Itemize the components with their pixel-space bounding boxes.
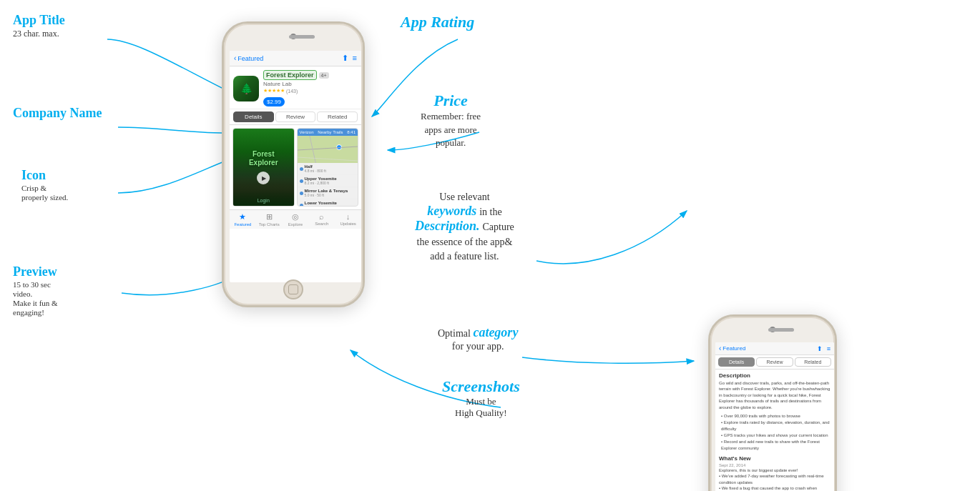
annotation-app-title: App Title 23 char. max. <box>13 13 65 39</box>
trail-dot <box>300 179 303 183</box>
share-icon[interactable]: ⬆ <box>342 54 348 63</box>
trail-item-4: Lower Yosemite 1.0 mi · 50 ft <box>298 199 358 207</box>
app-developer: Nature Lab <box>263 81 358 87</box>
share-icon-2[interactable]: ⬆ <box>817 345 823 352</box>
nav-top-charts[interactable]: ⊞ Top Charts <box>256 212 283 227</box>
header-icons: ⬆ ≡ <box>342 54 357 63</box>
app-name: Forest Explorer <box>263 70 317 80</box>
app-icon: 🌲 <box>233 76 259 101</box>
svg-line-4 <box>298 157 358 161</box>
phone-1: ‹ Featured ⬆ ≡ 🌲 Forest Explorer 4+ Natu… <box>222 21 365 307</box>
annotation-price: Price Remember: freeapps are morepopular… <box>421 91 481 149</box>
star-rating: ★★★★★ <box>263 88 285 94</box>
menu-icon-2[interactable]: ≡ <box>827 345 830 352</box>
annotation-app-rating: App Rating <box>401 13 474 31</box>
trail-info: Upper Yosemite 8.2 mi · 2,800 ft <box>305 177 356 185</box>
trail-info: Half 4.8 mi · 800 ft <box>305 164 356 173</box>
back-chevron-icon: ‹ <box>234 54 236 62</box>
phone-2: ‹ Featured ⬆ ≡ Details Review Related De… <box>708 314 837 491</box>
trail-item-2: Upper Yosemite 8.2 mi · 2,800 ft <box>298 175 358 187</box>
whats-new-section: What's New Sept 22, 2014 Explorers, this… <box>719 455 830 491</box>
tab-review[interactable]: Review <box>275 111 316 122</box>
screenshots-area: ForestExplorer Login Verizon Nearby Trai… <box>230 125 361 209</box>
annotation-company-name: Company Name <box>13 106 102 121</box>
app-splash-title: ForestExplorer <box>249 150 278 167</box>
annotation-icon: Icon Crisp & properly sized. <box>21 168 68 202</box>
rating-count: (143) <box>286 89 298 94</box>
explore-nav-label: Explore <box>288 222 303 227</box>
explore-nav-icon: ◎ <box>292 212 299 222</box>
svg-line-2 <box>298 147 358 150</box>
tab-related-2[interactable]: Related <box>795 357 831 367</box>
app-price[interactable]: $2.99 <box>263 97 285 106</box>
phone-1-screen: ‹ Featured ⬆ ≡ 🌲 Forest Explorer 4+ Natu… <box>230 51 361 282</box>
whats-new-title: What's New <box>719 455 830 462</box>
nav-featured[interactable]: ★ Featured <box>230 212 256 227</box>
header-icons-2: ⬆ ≡ <box>817 345 830 352</box>
search-nav-icon: ⌕ <box>319 212 324 221</box>
trail-dot <box>300 167 303 171</box>
trail-item-1: Half 4.8 mi · 800 ft <box>298 163 358 175</box>
detail-tabs-2: Details Review Related <box>715 355 834 370</box>
map-header: Verizon Nearby Trails 8:41 <box>298 129 358 136</box>
nav-explore[interactable]: ◎ Explore <box>283 212 309 227</box>
phone-speaker <box>289 35 315 39</box>
trail-dot <box>300 204 303 207</box>
annotation-preview: Preview 15 to 30 sec video. Make it fun … <box>13 264 58 317</box>
phone-2-speaker <box>768 328 794 332</box>
description-bullets: • Over 90,000 trails with photos to brow… <box>719 413 830 452</box>
app-info: 🌲 Forest Explorer 4+ Nature Lab ★★★★★ (1… <box>230 66 361 109</box>
tree-icon: 🌲 <box>240 83 253 94</box>
whats-new-text: Explorers, this is our biggest update ev… <box>719 467 830 491</box>
back-label: Featured <box>237 55 263 62</box>
nav-search[interactable]: ⌕ Search <box>308 212 335 227</box>
nearby-trails-label: Nearby Trails <box>318 130 343 134</box>
description-text: Go wild and discover trails, parks, and … <box>719 380 830 410</box>
back-label-2: Featured <box>722 345 745 352</box>
annotation-screenshots: Screenshots Must beHigh Quality! <box>442 377 520 419</box>
trail-dot <box>300 192 303 195</box>
trail-item-3: Mirror Lake & Tenaya 5.0 mi · 50 ft <box>298 187 358 199</box>
tab-details-2[interactable]: Details <box>718 357 755 367</box>
app-detail-content: Description Go wild and discover trails,… <box>715 370 834 491</box>
tab-details[interactable]: Details <box>233 111 274 122</box>
updates-nav-label: Updates <box>340 222 356 226</box>
screenshot-1: ForestExplorer Login <box>232 128 295 207</box>
back-button-2[interactable]: ‹ Featured <box>719 344 745 352</box>
screenshot-2: Verizon Nearby Trails 8:41 <box>297 128 359 207</box>
top-charts-nav-icon: ⊞ <box>266 212 273 222</box>
back-button[interactable]: ‹ Featured <box>234 54 263 62</box>
updates-nav-icon: ↓ <box>346 212 351 221</box>
home-button[interactable] <box>283 279 303 299</box>
phone-2-screen: ‹ Featured ⬆ ≡ Details Review Related De… <box>715 342 834 491</box>
back-chevron-icon-2: ‹ <box>719 344 721 352</box>
featured-nav-icon: ★ <box>239 212 246 222</box>
annotation-keywords: Use relevant keywords in the Description… <box>415 192 514 263</box>
app-store-header: ‹ Featured ⬆ ≡ <box>230 51 361 66</box>
bottom-nav: ★ Featured ⊞ Top Charts ◎ Explore ⌕ Sear… <box>230 209 361 229</box>
top-charts-nav-label: Top Charts <box>259 222 280 227</box>
annotation-category: Optimal category for your app. <box>438 325 518 352</box>
trail-info: Lower Yosemite 1.0 mi · 50 ft <box>305 201 356 207</box>
detail-tabs: Details Review Related <box>230 109 361 125</box>
map-view <box>298 136 358 163</box>
description-title: Description <box>719 372 830 379</box>
featured-nav-label: Featured <box>234 222 251 227</box>
menu-icon[interactable]: ≡ <box>353 54 357 63</box>
app-store-header-2: ‹ Featured ⬆ ≡ <box>715 342 834 355</box>
trail-info: Mirror Lake & Tenaya 5.0 mi · 50 ft <box>305 189 356 197</box>
carrier-text: Verizon <box>300 130 314 134</box>
time-text: 8:41 <box>347 130 356 134</box>
app-text: Forest Explorer 4+ Nature Lab ★★★★★ (143… <box>263 70 358 106</box>
search-nav-label: Search <box>315 222 328 226</box>
tab-related[interactable]: Related <box>317 111 358 122</box>
login-link[interactable]: Login <box>258 198 270 203</box>
nav-updates[interactable]: ↓ Updates <box>335 212 361 227</box>
age-rating: 4+ <box>319 72 329 79</box>
tab-review-2[interactable]: Review <box>756 357 793 367</box>
